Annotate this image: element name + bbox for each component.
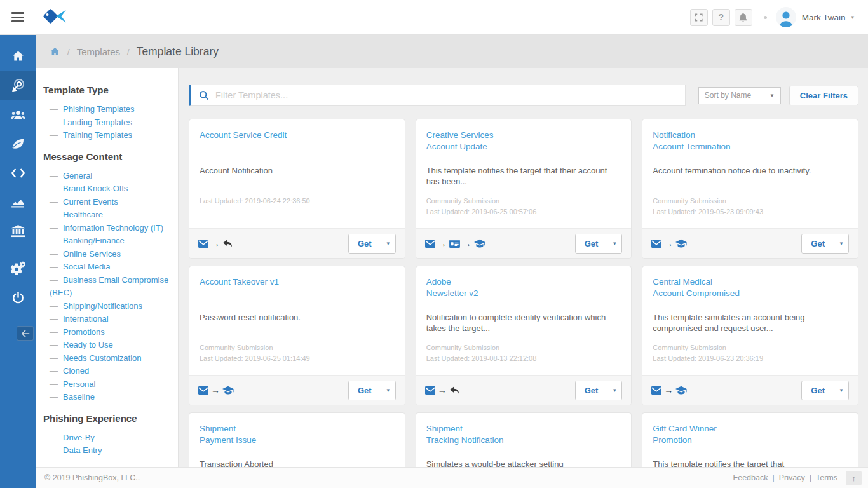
get-button[interactable]: Get (349, 381, 381, 400)
home-icon (11, 50, 25, 62)
get-button-group: Get ▾ (801, 234, 849, 254)
idcard-icon (449, 240, 460, 248)
sort-dropdown[interactable]: Sort by Name ▼ (698, 87, 781, 104)
filter-link[interactable]: Online Services (63, 249, 121, 259)
filter-link[interactable]: Drive-By (63, 433, 95, 442)
filter-list-item: —Baseline (50, 391, 170, 404)
filter-search-bar (189, 85, 686, 106)
sidebar-item-leaf[interactable] (0, 129, 36, 158)
training-icon (222, 386, 234, 395)
filter-link[interactable]: International (63, 314, 109, 323)
community-submission-label: Community Submission (426, 342, 621, 353)
status-dot (764, 16, 767, 19)
terms-link[interactable]: Terms (816, 473, 837, 482)
template-description: Simulates a would-be attacker setting (426, 459, 621, 467)
footer-links: Feedback | Privacy | Terms (733, 473, 837, 482)
dash-bullet: — (50, 327, 58, 337)
scroll-to-top-button[interactable]: ↑ (846, 471, 862, 485)
privacy-link[interactable]: Privacy (779, 473, 805, 482)
filter-link[interactable]: Information Technology (IT) (63, 223, 163, 233)
get-dropdown-button[interactable]: ▾ (607, 381, 621, 400)
template-flow-icons: →→ (425, 238, 485, 248)
template-title-link[interactable]: Notification Account Termination (653, 130, 848, 159)
filter-link[interactable]: Business Email Compromise (BEC) (50, 275, 168, 298)
breadcrumb: / Templates / Template Library (36, 35, 868, 68)
template-title-link[interactable]: Account Service Credit (200, 130, 395, 159)
help-button[interactable]: ? (712, 9, 730, 26)
sidebar-item-users[interactable] (0, 100, 36, 129)
template-title-link[interactable]: Adobe Newsletter v2 (426, 276, 621, 306)
template-card: Shipment Tracking Notification Simulates… (416, 412, 632, 467)
user-menu[interactable]: Mark Twain ▾ (776, 7, 854, 27)
get-button[interactable]: Get (576, 234, 608, 253)
get-dropdown-button[interactable]: ▾ (607, 234, 621, 253)
hamburger-menu-button[interactable] (0, 0, 36, 34)
sidebar-item-bank[interactable] (0, 217, 36, 246)
sidebar-item-code[interactable] (0, 158, 36, 187)
filter-link[interactable]: Baseline (63, 392, 95, 402)
filter-link[interactable]: Social Media (63, 262, 110, 271)
filter-link[interactable]: General (63, 171, 92, 180)
sidebar-collapse-button[interactable] (17, 326, 34, 341)
filter-list-item: —Drive-By (50, 431, 170, 445)
clear-filters-button[interactable]: Clear Filters (789, 86, 858, 105)
template-description: This template notifies the target that t… (426, 165, 621, 187)
dash-bullet: — (50, 249, 58, 259)
template-card: Account Takeover v1 Password reset notif… (189, 266, 405, 405)
filter-link[interactable]: Healthcare (63, 210, 103, 219)
filter-templates-input[interactable] (215, 90, 677, 100)
get-button[interactable]: Get (802, 234, 834, 253)
template-title-link[interactable]: Central Medical Account Compromised (653, 276, 848, 306)
template-title-link[interactable]: Account Takeover v1 (200, 276, 395, 306)
fullscreen-button[interactable] (690, 9, 708, 26)
notifications-button[interactable] (735, 9, 752, 26)
filter-link[interactable]: Personal (63, 379, 95, 389)
sidebar-item-power[interactable] (0, 283, 36, 312)
last-updated-label: Last Updated: 2019-06-23 20:36:19 (653, 353, 848, 364)
get-dropdown-button[interactable]: ▾ (381, 234, 395, 253)
filter-link[interactable]: Shipping/Notifications (63, 301, 142, 311)
get-dropdown-button[interactable]: ▾ (381, 381, 395, 400)
sidebar-item-settings-gears[interactable] (0, 254, 36, 283)
filter-link[interactable]: Training Templates (63, 130, 132, 140)
get-button[interactable]: Get (802, 381, 834, 400)
filter-link[interactable]: Data Entry (63, 445, 102, 455)
sidebar-item-campaign-target[interactable] (0, 71, 36, 100)
template-title-link[interactable]: Shipment Payment Issue (200, 423, 395, 452)
settings-gears-icon (10, 261, 26, 276)
template-title-link[interactable]: Gift Card Winner Promotion (653, 423, 848, 452)
get-dropdown-button[interactable]: ▾ (834, 234, 848, 253)
get-button[interactable]: Get (576, 381, 608, 400)
copyright-text: © 2019 PhishingBox, LLC.. (44, 473, 140, 482)
sidebar-item-chart[interactable] (0, 187, 36, 217)
template-grid: Account Service Credit Account Notificat… (189, 119, 858, 467)
filter-link[interactable]: Ready to Use (63, 340, 113, 349)
breadcrumb-templates-link[interactable]: Templates (77, 46, 120, 57)
filter-link[interactable]: Landing Templates (63, 118, 132, 127)
filter-link[interactable]: Brand Knock-Offs (63, 184, 128, 193)
filter-link[interactable]: Needs Customization (63, 353, 142, 363)
filter-link[interactable]: Banking/Finance (63, 236, 125, 245)
email-icon (198, 240, 208, 248)
template-title-link[interactable]: Creative Services Account Update (426, 130, 621, 159)
get-dropdown-button[interactable]: ▾ (834, 381, 848, 400)
filter-link[interactable]: Promotions (63, 327, 105, 337)
dash-bullet: — (50, 433, 58, 442)
filter-list-item: —General (50, 170, 170, 183)
filter-list-item: —Needs Customization (50, 352, 170, 365)
dash-bullet: — (50, 366, 58, 376)
feedback-link[interactable]: Feedback (733, 473, 768, 482)
filter-link[interactable]: Cloned (63, 366, 89, 376)
filter-link[interactable]: Phishing Templates (63, 104, 135, 114)
template-flow-icons: → (198, 385, 234, 395)
breadcrumb-home-link[interactable] (50, 46, 60, 57)
get-button-group: Get ▾ (801, 381, 849, 400)
get-button[interactable]: Get (349, 234, 381, 253)
email-icon (425, 386, 435, 395)
filter-link[interactable]: Current Events (63, 197, 118, 207)
template-title-link[interactable]: Shipment Tracking Notification (426, 423, 621, 452)
last-updated-label: Last Updated: 2019-06-25 01:14:49 (200, 353, 395, 364)
dash-bullet: — (50, 340, 58, 349)
sidebar-item-home[interactable] (0, 41, 36, 71)
person-icon (776, 10, 796, 27)
